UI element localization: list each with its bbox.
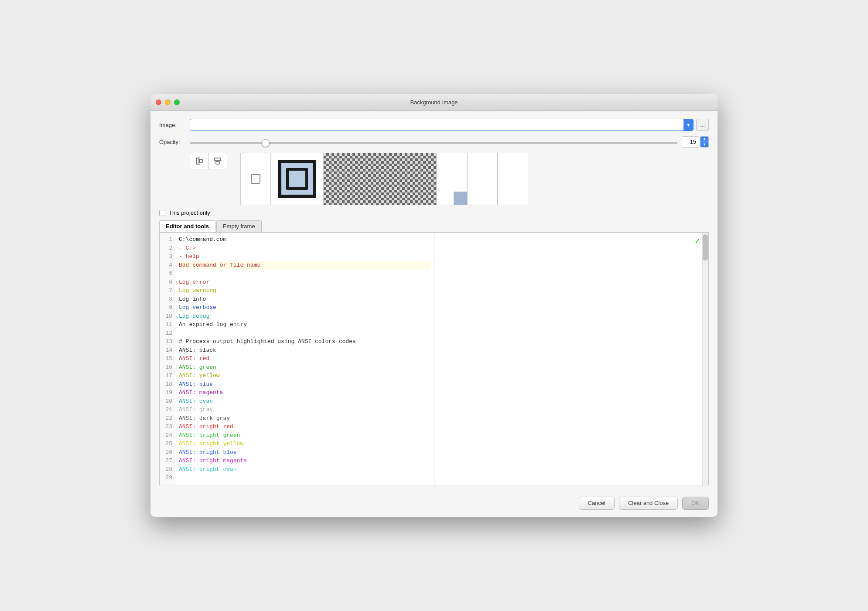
code-line-25: ANSI: bright yellow (179, 439, 431, 448)
minimize-button[interactable] (165, 100, 171, 105)
image-input-wrapper: ▼ (190, 119, 694, 131)
editor-columns: 1 2 3 4 5 6 7 8 9 10 11 12 13 14 (160, 233, 708, 485)
code-line-8: Log info (179, 295, 431, 304)
line-numbers: 1 2 3 4 5 6 7 8 9 10 11 12 13 14 (160, 233, 175, 485)
image-input-area: ▼ ... (190, 119, 709, 131)
preview-square[interactable] (271, 153, 323, 205)
image-options-row (159, 153, 709, 205)
opacity-label: Opacity: (159, 139, 185, 145)
code-line-15: ANSI: red (179, 354, 431, 363)
code-line-5 (179, 269, 431, 278)
checkmark-icon: ✓ (695, 236, 700, 246)
left-editor-col: 1 2 3 4 5 6 7 8 9 10 11 12 13 14 (160, 233, 434, 485)
svg-rect-0 (196, 158, 199, 164)
code-line-10: Log debug (179, 312, 431, 321)
code-line-16: ANSI: green (179, 363, 431, 372)
code-line-28: ANSI: bright cyan (179, 465, 431, 474)
svg-rect-3 (215, 158, 221, 161)
preview-blue-corner[interactable] (437, 153, 467, 205)
code-line-7: Log warning (179, 286, 431, 295)
code-line-2: - C:> (179, 244, 431, 253)
code-line-1: C:\command.com (179, 235, 431, 244)
tab-empty-frame[interactable]: Empty frame (216, 220, 262, 232)
code-line-12 (179, 329, 431, 338)
preview-checkerboard[interactable] (323, 153, 437, 205)
tab-editor[interactable]: Editor and tools (159, 220, 215, 232)
code-line-6: Log error (179, 278, 431, 287)
image-label: Image: (159, 122, 185, 128)
opacity-value-wrapper: 15 ▲ ▼ (682, 136, 709, 148)
code-line-11: An expired log entry (179, 320, 431, 329)
svg-rect-4 (216, 161, 219, 164)
opacity-value: 15 (682, 136, 699, 148)
code-line-9: Log verbose (179, 303, 431, 312)
code-line-26: ANSI: bright blue (179, 448, 431, 457)
window-title: Background Image (410, 99, 458, 106)
align-horiz-center[interactable] (208, 153, 227, 169)
scrollbar-thumb[interactable] (703, 234, 708, 261)
code-line-19: ANSI: magenta (179, 388, 431, 397)
code-line-14: ANSI: black (179, 346, 431, 355)
code-line-29 (179, 474, 431, 482)
code-line-13: # Process output highlighted using ANSI … (179, 337, 431, 346)
editor-area: 1 2 3 4 5 6 7 8 9 10 11 12 13 14 (159, 232, 709, 485)
code-line-3: - help (179, 252, 431, 261)
code-line-23: ANSI: bright red (179, 422, 431, 431)
main-window: Background Image Image: ▼ ... Opacity: 1… (150, 94, 718, 517)
traffic-lights (156, 100, 180, 105)
opacity-row: Opacity: 15 ▲ ▼ (159, 136, 709, 148)
close-button[interactable] (156, 100, 161, 105)
preview-white[interactable] (467, 153, 498, 205)
maximize-button[interactable] (174, 100, 180, 105)
right-editor-col: ✓ (434, 233, 709, 485)
code-line-4: Bad command or file name (179, 261, 431, 270)
content-area: Image: ▼ ... Opacity: 15 ▲ ▼ (150, 111, 718, 491)
opacity-increment[interactable]: ▲ (701, 137, 708, 142)
cancel-button[interactable]: Cancel (579, 497, 615, 510)
code-line-20: ANSI: cyan (179, 397, 431, 406)
code-line-24: ANSI: bright green (179, 431, 431, 440)
preview-empty[interactable] (240, 153, 271, 205)
opacity-slider[interactable] (190, 142, 677, 144)
titlebar: Background Image (150, 94, 718, 111)
svg-rect-1 (200, 159, 202, 163)
clear-and-close-button[interactable]: Clear and Close (619, 497, 678, 510)
slider-wrapper (190, 139, 677, 145)
code-line-21: ANSI: gray (179, 405, 431, 414)
project-only-label: This project only (169, 209, 210, 216)
image-input[interactable] (192, 119, 691, 130)
code-content[interactable]: C:\command.com - C:> - help Bad command … (175, 233, 434, 485)
code-line-18: ANSI: blue (179, 380, 431, 389)
scrollbar-track[interactable] (702, 233, 708, 485)
code-line-27: ANSI: bright magenta (179, 457, 431, 465)
alignment-buttons (190, 153, 227, 169)
browse-button[interactable]: ... (696, 119, 709, 131)
opacity-decrement[interactable]: ▼ (701, 142, 708, 147)
opacity-stepper: ▲ ▼ (700, 136, 709, 148)
ok-button[interactable]: OK (682, 497, 709, 510)
tabs-row: Editor and tools Empty frame (159, 220, 709, 232)
checkbox-row: This project only (159, 209, 709, 216)
image-row: Image: ▼ ... (159, 119, 709, 131)
align-vert-center[interactable] (190, 153, 208, 169)
bottom-bar: Cancel Clear and Close OK (150, 491, 718, 517)
svg-rect-6 (251, 175, 260, 183)
preview-white2[interactable] (498, 153, 528, 205)
project-only-checkbox[interactable] (159, 210, 165, 216)
image-dropdown-button[interactable]: ▼ (683, 119, 693, 130)
code-line-22: ANSI: dark gray (179, 414, 431, 423)
code-line-17: ANSI: yellow (179, 371, 431, 380)
